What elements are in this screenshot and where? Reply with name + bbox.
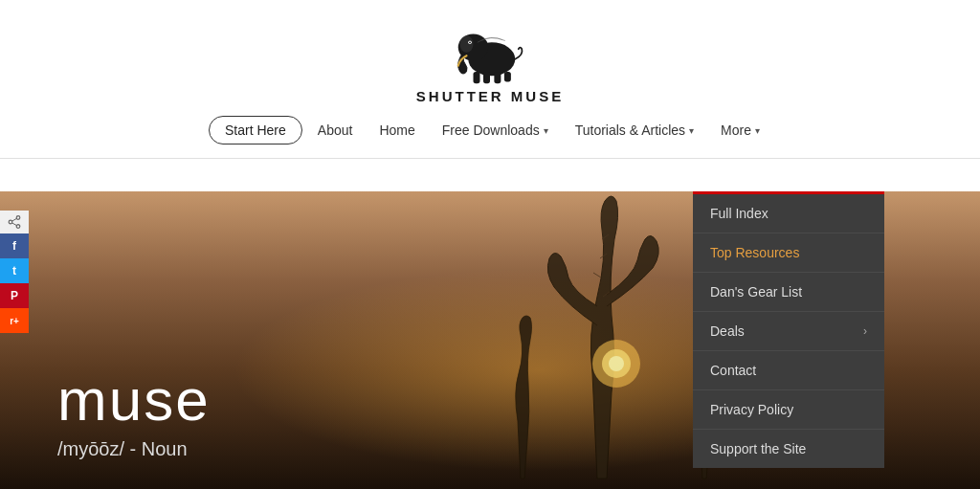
svg-rect-5: [474, 72, 480, 83]
twitter-icon: t: [12, 264, 16, 278]
svg-point-18: [9, 220, 12, 224]
hero-text-area: muse /myōōz/ - Noun: [57, 367, 211, 460]
chevron-down-icon: ▾: [689, 125, 694, 136]
svg-point-16: [16, 216, 20, 220]
nav-item-tutorials[interactable]: Tutorials & Articles ▾: [564, 117, 705, 144]
nav-item-free-downloads[interactable]: Free Downloads ▾: [431, 117, 560, 144]
twitter-share-button[interactable]: t: [0, 258, 29, 283]
dropdown-item-contact[interactable]: Contact: [693, 351, 884, 390]
chevron-down-icon: ▾: [544, 125, 548, 136]
social-sidebar: f t P r+: [0, 211, 29, 333]
dropdown-item-top-resources[interactable]: Top Resources: [693, 233, 884, 273]
more-dropdown-menu: Full Index Top Resources Dan's Gear List…: [693, 191, 884, 468]
dropdown-item-full-index[interactable]: Full Index: [693, 194, 884, 233]
start-here-button[interactable]: Start Here: [209, 116, 302, 144]
facebook-share-button[interactable]: f: [0, 233, 29, 258]
svg-line-19: [12, 218, 17, 221]
facebook-icon: f: [12, 239, 16, 253]
share-icon[interactable]: [0, 211, 29, 233]
pinterest-share-button[interactable]: P: [0, 283, 29, 308]
dropdown-item-privacy-policy[interactable]: Privacy Policy: [693, 390, 884, 430]
dropdown-item-deals[interactable]: Deals ›: [693, 312, 884, 351]
chevron-right-icon: ›: [863, 324, 867, 338]
hero-word: muse: [57, 367, 211, 433]
nav-item-about[interactable]: About: [306, 117, 365, 144]
svg-rect-7: [494, 72, 501, 83]
nav-item-more[interactable]: More ▾: [709, 117, 771, 144]
svg-point-2: [460, 35, 474, 53]
pinterest-icon: P: [11, 289, 18, 302]
hero-phonetic: /myōōz/ - Noun: [57, 438, 211, 460]
svg-rect-6: [483, 72, 490, 83]
svg-point-4: [469, 41, 471, 43]
logo-area: SHUTTER MUSE: [416, 17, 564, 104]
main-nav: Start Here About Home Free Downloads ▾ T…: [0, 116, 980, 159]
svg-point-17: [16, 225, 20, 229]
dropdown-item-support-site[interactable]: Support the Site: [693, 430, 884, 468]
site-title: SHUTTER MUSE: [416, 88, 564, 104]
reddit-share-button[interactable]: r+: [0, 308, 29, 333]
nav-item-home[interactable]: Home: [368, 117, 426, 144]
svg-line-11: [593, 273, 601, 278]
chevron-down-icon: ▾: [755, 125, 760, 136]
svg-rect-8: [504, 72, 511, 82]
elephant-logo-icon: [447, 17, 533, 84]
header: SHUTTER MUSE Start Here About Home Free …: [0, 0, 980, 159]
svg-line-20: [12, 223, 17, 226]
dropdown-item-dans-gear-list[interactable]: Dan's Gear List: [693, 273, 884, 312]
reddit-icon: r+: [10, 316, 19, 326]
svg-point-15: [609, 356, 624, 371]
